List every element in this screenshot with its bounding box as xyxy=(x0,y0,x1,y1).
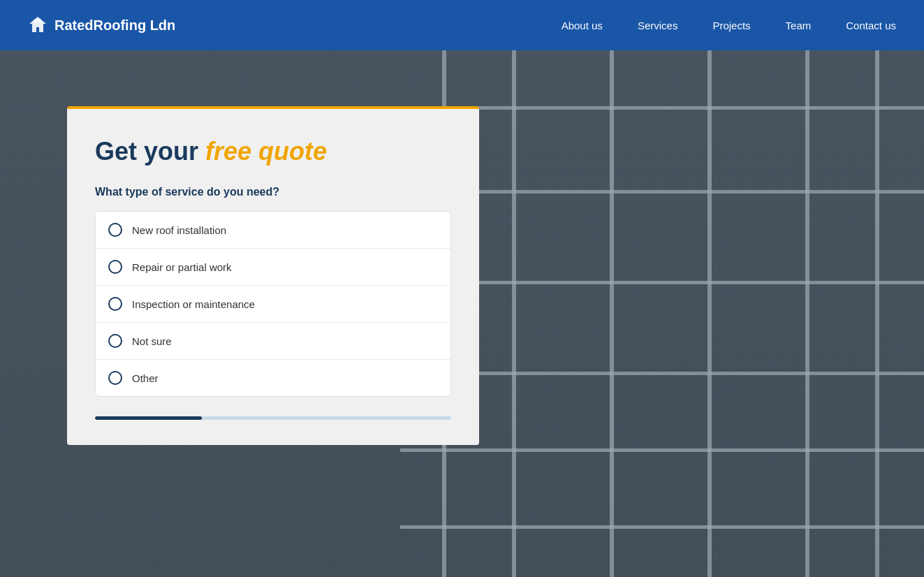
option-other[interactable]: Other xyxy=(96,360,450,396)
option-repair-label: Repair or partial work xyxy=(132,261,232,273)
nav-link-projects[interactable]: Projects xyxy=(712,20,750,31)
option-not-sure-label: Not sure xyxy=(132,335,172,347)
option-other-label: Other xyxy=(132,372,159,384)
progress-bar xyxy=(95,416,451,420)
quote-title-plain: Get your xyxy=(95,137,205,166)
nav-link-contact-us[interactable]: Contact us xyxy=(846,20,896,31)
radio-other xyxy=(108,371,122,385)
logo-text: RatedRoofing Ldn xyxy=(54,17,175,34)
svg-rect-1 xyxy=(34,19,41,24)
option-new-roof[interactable]: New roof installation xyxy=(96,212,450,249)
option-inspection[interactable]: Inspection or maintenance xyxy=(96,286,450,323)
nav-link-about-us[interactable]: About us xyxy=(562,20,603,31)
radio-not-sure xyxy=(108,334,122,348)
option-new-roof-label: New roof installation xyxy=(132,224,226,236)
quote-title-highlight: free quote xyxy=(205,137,327,166)
logo-icon xyxy=(28,15,47,35)
quote-form-card: Get your free quote What type of service… xyxy=(67,106,479,445)
service-options: New roof installation Repair or partial … xyxy=(95,211,451,397)
question-label: What type of service do you need? xyxy=(95,186,451,198)
radio-repair xyxy=(108,260,122,274)
option-not-sure[interactable]: Not sure xyxy=(96,323,450,360)
option-repair[interactable]: Repair or partial work xyxy=(96,249,450,286)
radio-inspection xyxy=(108,297,122,311)
nav-link-team[interactable]: Team xyxy=(786,20,812,31)
navbar: RatedRoofing Ldn About us Services Proje… xyxy=(0,0,924,50)
progress-bar-fill xyxy=(95,416,202,420)
nav-link-services[interactable]: Services xyxy=(638,20,678,31)
option-inspection-label: Inspection or maintenance xyxy=(132,298,255,310)
radio-new-roof xyxy=(108,223,122,237)
nav-links: About us Services Projects Team Contact … xyxy=(562,20,896,31)
quote-title: Get your free quote xyxy=(95,137,451,166)
logo[interactable]: RatedRoofing Ldn xyxy=(28,15,175,35)
